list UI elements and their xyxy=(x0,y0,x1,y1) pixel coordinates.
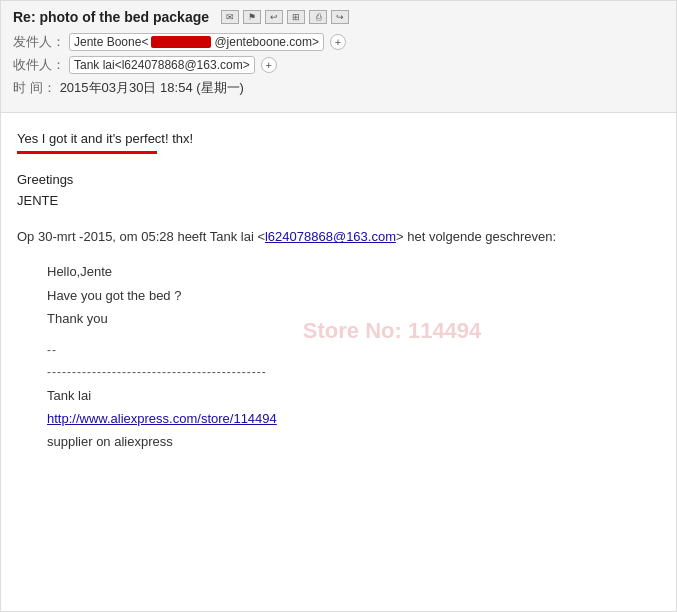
from-row: 发件人： Jente Boone< @jenteboone.com> + xyxy=(13,33,664,51)
forwarded-email-link[interactable]: l624078868@163.com xyxy=(265,229,396,244)
greeting1: Greetings xyxy=(17,170,660,191)
to-row: 收件人： Tank lai<l624078868@163.com> + xyxy=(13,56,664,74)
time-value: 2015年03月30日 18:54 (星期一) xyxy=(60,79,244,97)
from-domain: @jenteboone.com> xyxy=(214,35,319,49)
quoted-supplier: supplier on aliexpress xyxy=(47,430,660,453)
time-row: 时 间： 2015年03月30日 18:54 (星期一) xyxy=(13,79,664,97)
from-tag[interactable]: Jente Boone< @jenteboone.com> xyxy=(69,33,324,51)
quoted-line3: Thank you xyxy=(47,307,660,330)
quoted-name: Tank lai xyxy=(47,384,660,407)
from-label: 发件人： xyxy=(13,33,65,51)
greeting-block: Greetings JENTE xyxy=(17,170,660,212)
quoted-block: Hello,Jente Have you got the bed ? Thank… xyxy=(17,260,660,454)
grid-icon[interactable]: ⊞ xyxy=(287,10,305,24)
print-icon[interactable]: ⎙ xyxy=(309,10,327,24)
quoted-line1: Hello,Jente xyxy=(47,260,660,283)
forward-icon[interactable]: ↪ xyxy=(331,10,349,24)
subject-row: Re: photo of the bed package ✉ ⚑ ↩ ⊞ ⎙ ↪ xyxy=(13,9,664,25)
envelope-icon[interactable]: ✉ xyxy=(221,10,239,24)
quoted-link-row: http://www.aliexpress.com/store/114494 xyxy=(47,407,660,430)
quoted-link[interactable]: http://www.aliexpress.com/store/114494 xyxy=(47,411,277,426)
to-name: Tank lai<l624078868@163.com> xyxy=(74,58,250,72)
quoted-dashes: ----------------------------------------… xyxy=(47,362,660,384)
email-subject: Re: photo of the bed package xyxy=(13,9,209,25)
add-to-button[interactable]: + xyxy=(261,57,277,73)
from-name: Jente Boone< xyxy=(74,35,148,49)
reply-icon[interactable]: ↩ xyxy=(265,10,283,24)
to-tag[interactable]: Tank lai<l624078868@163.com> xyxy=(69,56,255,74)
body-main: Yes I got it and it's perfect! thx! xyxy=(17,129,660,154)
email-body: Store No: 114494 Yes I got it and it's p… xyxy=(1,113,676,470)
forwarded-header: Op 30-mrt -2015, om 05:28 heeft Tank lai… xyxy=(17,227,660,248)
forwarded-suffix: > het volgende geschreven: xyxy=(396,229,556,244)
redacted-email xyxy=(151,36,211,48)
from-value: Jente Boone< @jenteboone.com> + xyxy=(69,33,346,51)
add-from-button[interactable]: + xyxy=(330,34,346,50)
greeting2: JENTE xyxy=(17,191,660,212)
header-icons: ✉ ⚑ ↩ ⊞ ⎙ ↪ xyxy=(221,10,349,24)
forwarded-prefix: Op 30-mrt -2015, om 05:28 heeft Tank lai… xyxy=(17,229,265,244)
red-underline xyxy=(17,151,157,154)
flag-icon[interactable]: ⚑ xyxy=(243,10,261,24)
time-label: 时 间： xyxy=(13,79,56,97)
email-container: Re: photo of the bed package ✉ ⚑ ↩ ⊞ ⎙ ↪… xyxy=(0,0,677,612)
email-header: Re: photo of the bed package ✉ ⚑ ↩ ⊞ ⎙ ↪… xyxy=(1,1,676,113)
body-line1: Yes I got it and it's perfect! thx! xyxy=(17,131,193,146)
quoted-line2: Have you got the bed ? xyxy=(47,284,660,307)
to-value: Tank lai<l624078868@163.com> + xyxy=(69,56,277,74)
quoted-divider: -- xyxy=(47,340,660,362)
to-label: 收件人： xyxy=(13,56,65,74)
